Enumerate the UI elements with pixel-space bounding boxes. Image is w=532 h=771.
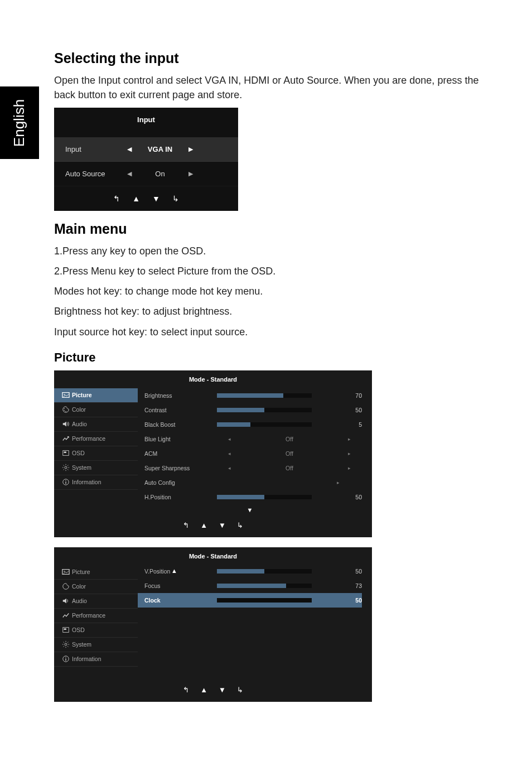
right-arrow-icon[interactable]: ▸ <box>348 436 351 442</box>
osd-row-hposition[interactable]: H.Position 50 <box>138 490 362 504</box>
sidebar-item-osd[interactable]: OSD <box>54 446 138 461</box>
svg-point-2 <box>64 408 65 409</box>
svg-point-3 <box>64 410 65 411</box>
osd-row-blackboost[interactable]: Black Boost 5 <box>138 417 362 432</box>
info-icon <box>60 478 72 486</box>
audio-icon <box>60 597 72 605</box>
sidebar-item-picture[interactable]: Picture <box>54 388 138 403</box>
osd-mode-title: Mode - Standard <box>54 547 372 565</box>
left-arrow-icon[interactable]: ◀ <box>121 146 138 153</box>
sidebar-item-information[interactable]: Information <box>54 652 138 667</box>
right-arrow-icon[interactable]: ▸ <box>348 451 351 456</box>
enter-icon[interactable]: ↳ <box>237 686 243 694</box>
back-icon[interactable]: ↰ <box>113 194 120 203</box>
up-arrow-icon[interactable]: ▲ <box>200 686 207 694</box>
right-arrow-icon[interactable]: ▸ <box>348 465 351 471</box>
osd-sidebar: Picture Color Audio Performance OSD <box>54 388 138 515</box>
left-arrow-icon[interactable]: ◂ <box>228 451 231 456</box>
osd-panel-picture-2: Mode - Standard Picture Color Audio Perf… <box>54 547 372 702</box>
osd-main: ▲ V.Position 50 Focus 73 Clock 50 <box>138 565 372 680</box>
down-arrow-icon[interactable]: ▼ <box>152 194 160 203</box>
slider[interactable] <box>217 584 340 588</box>
sidebar-item-performance[interactable]: Performance <box>54 609 138 623</box>
osd-row-contrast[interactable]: Contrast 50 <box>138 403 362 417</box>
enter-icon[interactable]: ↳ <box>237 521 243 529</box>
input-panel: Input Input ◀ VGA IN ▶ Auto Source ◀ On … <box>54 108 238 211</box>
sidebar-item-osd[interactable]: OSD <box>54 623 138 638</box>
sidebar-item-system[interactable]: System <box>54 638 138 652</box>
right-arrow-icon[interactable]: ▶ <box>182 146 199 153</box>
svg-point-1 <box>64 394 65 395</box>
autosource-value: On <box>138 170 182 178</box>
input-row-autosource[interactable]: Auto Source ◀ On ▶ <box>54 162 238 186</box>
osd-sidebar: Picture Color Audio Performance OSD <box>54 565 138 680</box>
osd-row-autoconfig[interactable]: Auto Config ▸ <box>138 475 362 490</box>
right-arrow-icon[interactable]: ▸ <box>337 480 340 485</box>
sidebar-label: System <box>72 464 91 471</box>
sidebar-label: System <box>72 641 91 648</box>
sidebar-label: Picture <box>72 392 92 398</box>
osd-row-clock[interactable]: Clock 50 <box>138 593 362 608</box>
osd-row-sharpness[interactable]: Super Sharpness ◂ Off ▸ <box>138 461 362 475</box>
down-arrow-icon[interactable]: ▼ <box>219 686 226 694</box>
slider[interactable] <box>217 569 340 574</box>
sidebar-label: OSD <box>72 627 85 633</box>
back-icon[interactable]: ↰ <box>183 521 189 529</box>
osd-row-brightness[interactable]: Brightness 70 <box>138 388 362 403</box>
sidebar-item-color[interactable]: Color <box>54 403 138 417</box>
system-icon <box>60 640 72 648</box>
sidebar-item-performance[interactable]: Performance <box>54 432 138 446</box>
svg-rect-9 <box>65 481 66 484</box>
sidebar-label: Color <box>72 406 86 413</box>
osd-row-vposition[interactable]: V.Position 50 <box>138 564 362 579</box>
language-tab: English <box>0 86 39 159</box>
mm-line5: Input source hot key: to select input so… <box>54 325 499 339</box>
input-nav-icons: ↰ ▲ ▼ ↳ <box>54 186 238 211</box>
sidebar-label: Color <box>72 583 86 590</box>
slider[interactable] <box>217 495 340 499</box>
slider[interactable] <box>217 598 340 603</box>
left-arrow-icon[interactable]: ◀ <box>121 170 138 177</box>
back-icon[interactable]: ↰ <box>183 686 189 694</box>
performance-icon <box>60 611 72 619</box>
osd-row-focus[interactable]: Focus 73 <box>138 579 362 593</box>
slider[interactable] <box>217 408 340 412</box>
osd-row-acm[interactable]: ACM ◂ Off ▸ <box>138 446 362 461</box>
svg-point-4 <box>65 411 66 412</box>
sidebar-item-picture[interactable]: Picture <box>54 565 138 580</box>
input-row-label: Input <box>54 145 121 153</box>
sidebar-item-information[interactable]: Information <box>54 475 138 490</box>
autosource-label: Auto Source <box>54 170 121 178</box>
osd-main: Brightness 70 Contrast 50 Black Boost 5 … <box>138 388 372 515</box>
sidebar-item-color[interactable]: Color <box>54 580 138 594</box>
sidebar-item-audio[interactable]: Audio <box>54 417 138 432</box>
audio-icon <box>60 420 72 428</box>
slider[interactable] <box>217 422 340 427</box>
left-arrow-icon[interactable]: ◂ <box>228 436 231 442</box>
sidebar-item-system[interactable]: System <box>54 461 138 475</box>
svg-rect-10 <box>65 480 66 481</box>
svg-point-12 <box>64 571 65 572</box>
slider[interactable] <box>217 393 340 398</box>
up-arrow-icon[interactable]: ▲ <box>132 194 140 203</box>
svg-rect-14 <box>64 629 66 630</box>
osd-nav-icons: ↰ ▲ ▼ ↳ <box>54 515 372 537</box>
up-arrow-icon[interactable]: ▲ <box>200 521 207 529</box>
sidebar-label: Information <box>72 479 101 485</box>
osd-icon <box>60 626 72 634</box>
enter-icon[interactable]: ↳ <box>172 194 179 203</box>
picture-icon <box>60 568 72 576</box>
scroll-down-icon[interactable]: ▼ <box>138 504 362 515</box>
down-arrow-icon[interactable]: ▼ <box>219 521 226 529</box>
svg-rect-18 <box>65 657 66 658</box>
sidebar-item-audio[interactable]: Audio <box>54 594 138 609</box>
osd-panel-picture-1: Mode - Standard Picture Color Audio Perf… <box>54 370 372 537</box>
heading-selecting-input: Selecting the input <box>54 50 499 66</box>
right-arrow-icon[interactable]: ▶ <box>182 170 199 177</box>
system-icon <box>60 464 72 471</box>
osd-row-bluelight[interactable]: Blue Light ◂ Off ▸ <box>138 432 362 446</box>
info-icon <box>60 655 72 663</box>
svg-point-15 <box>65 643 67 645</box>
left-arrow-icon[interactable]: ◂ <box>228 465 231 471</box>
input-row-input[interactable]: Input ◀ VGA IN ▶ <box>54 137 238 162</box>
